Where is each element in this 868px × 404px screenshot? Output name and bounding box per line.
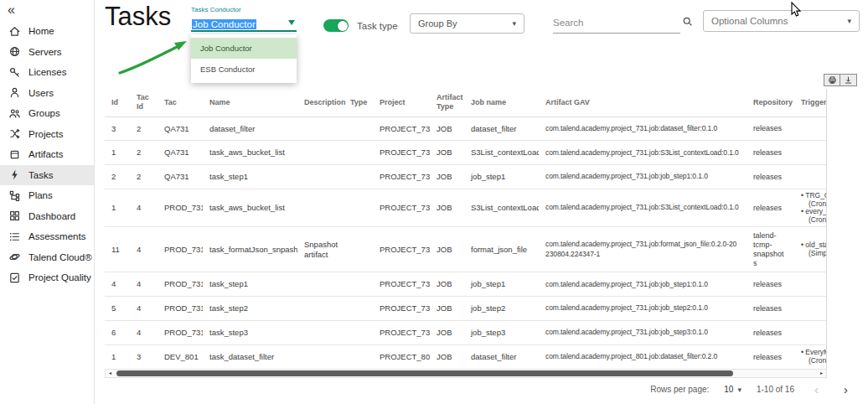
sidebar-item-groups[interactable]: Groups [0, 103, 94, 124]
table-row[interactable]: 32QA731dataset_filterPROJECT_731JOBdatas… [105, 117, 827, 141]
cell-artifact_gav: com.talend.academy.project_731.job:datas… [539, 117, 747, 141]
cell-triggers [794, 141, 827, 165]
scrollbar-track[interactable] [115, 370, 817, 377]
cell-artifact_type: JOB [430, 227, 464, 272]
table-row[interactable]: 54PROD_731task_step2PROJECT_731JOBjob_st… [105, 297, 827, 321]
table-row[interactable]: 12QA731task_aws_bucket_listPROJECT_731JO… [105, 141, 827, 165]
print-icon [828, 75, 837, 85]
download-button[interactable] [840, 74, 857, 86]
table-row[interactable]: 14PROD_731task_aws_bucket_listPROJECT_73… [105, 189, 827, 227]
next-page-button[interactable]: › [839, 383, 853, 396]
rows-per-page-select[interactable]: 10 ▾ [724, 385, 741, 394]
conductor-option[interactable]: ESB Conductor [191, 59, 297, 80]
optional-columns-label: Optional Columns [711, 16, 788, 26]
conductor-label: Tasks Conductor [191, 6, 297, 13]
conductor-select-group: Tasks Conductor Job Conductor Job Conduc… [191, 6, 297, 32]
cell-tac: PROD_731 [158, 227, 203, 272]
annotation-arrow [115, 38, 194, 78]
cell-tac_id: 4 [130, 321, 158, 345]
users-icon [8, 86, 21, 99]
scroll-right-icon[interactable]: ▸ [817, 370, 826, 377]
sidebar-item-assessments[interactable]: Assessments [0, 226, 94, 247]
sidebar-item-home[interactable]: Home [0, 21, 94, 42]
sidebar-item-label: Dashboard [28, 211, 75, 221]
cell-type [344, 117, 373, 141]
cell-id: 6 [105, 321, 130, 345]
search-input[interactable] [553, 18, 682, 28]
cell-artifact_type: JOB [430, 321, 464, 345]
sidebar-item-users[interactable]: Users [0, 83, 94, 104]
cell-project: PROJECT_731 [373, 272, 430, 297]
column-header: Type [344, 89, 373, 117]
table-row[interactable]: 114PROD_731task_formatJson_snpashotSnpas… [105, 227, 827, 272]
cell-type [344, 165, 373, 189]
sidebar: « HomeServersLicensesUsersGroupsProjects… [0, 0, 95, 404]
scroll-left-icon[interactable]: ◂ [106, 370, 115, 377]
print-button[interactable] [824, 74, 840, 86]
sidebar-item-artifacts[interactable]: Artifacts [0, 144, 94, 165]
cell-name: task_aws_bucket_list [203, 189, 297, 227]
search-icon[interactable] [682, 15, 693, 30]
sidebar-item-servers[interactable]: Servers [0, 42, 94, 63]
cell-description [297, 165, 344, 189]
sidebar-item-project-quality[interactable]: Project Quality [0, 267, 94, 288]
cell-id: 1 [105, 141, 130, 165]
chevron-down-icon: ▾ [512, 19, 516, 28]
sidebar-item-label: Home [28, 26, 54, 36]
sidebar-item-label: Groups [28, 108, 60, 118]
previous-page-button[interactable]: ‹ [809, 383, 824, 396]
horizontal-scrollbar[interactable]: ◂ ▸ [105, 369, 827, 378]
cell-id: 1 [105, 189, 130, 227]
cell-triggers [794, 321, 827, 345]
cell-description [297, 272, 344, 297]
chevron-down-icon [288, 20, 295, 25]
cell-job_name: format_json_file [464, 227, 539, 272]
cell-repository: releases [747, 189, 794, 227]
scrollbar-thumb[interactable] [116, 370, 733, 376]
cell-job_name: job_step1 [464, 165, 539, 189]
licenses-icon [8, 66, 21, 79]
table-row[interactable]: 22QA731task_step1PROJECT_731JOBjob_step1… [105, 165, 827, 189]
cell-tac_id: 2 [130, 165, 158, 189]
cell-repository: releases [747, 165, 794, 189]
table-row[interactable]: 13DEV_801task_dataset_filterPROJECT_801J… [105, 345, 827, 370]
cell-job_name: job_step2 [464, 297, 539, 321]
cell-tac: QA731 [158, 141, 203, 165]
sidebar-item-label: Servers [28, 47, 62, 57]
cell-artifact_type: JOB [430, 117, 464, 141]
conductor-select[interactable]: Job Conductor [191, 14, 297, 32]
task-type-toggle[interactable] [323, 19, 349, 32]
table-row[interactable]: 44PROD_731task_step1PROJECT_731JOBjob_st… [105, 272, 827, 297]
cell-repository: releases [747, 321, 794, 345]
cell-artifact_type: JOB [430, 165, 464, 189]
cell-name: dataset_filter [203, 117, 297, 141]
plans-icon [8, 189, 21, 202]
cell-tac_id: 4 [130, 297, 158, 321]
cell-name: task_aws_bucket_list [203, 141, 297, 165]
sidebar-item-tasks[interactable]: Tasks [0, 165, 94, 186]
sidebar-collapse-button[interactable]: « [0, 0, 20, 18]
cell-description [297, 117, 344, 141]
sidebar-item-dashboard[interactable]: Dashboard [0, 206, 94, 227]
table-row[interactable]: 64PROD_731task_step3PROJECT_731JOBjob_st… [105, 321, 827, 345]
sidebar-item-label: Artifacts [28, 149, 64, 159]
sidebar-item-licenses[interactable]: Licenses [0, 62, 94, 83]
toggle-knob [338, 21, 348, 31]
cell-type [344, 272, 373, 297]
cell-triggers [794, 297, 827, 321]
pagination-bar: Rows per page: 10 ▾ 1-10 of 16 ‹ › [650, 383, 853, 396]
column-header: Artifact GAV [539, 89, 747, 117]
cell-tac: DEV_801 [158, 345, 203, 370]
sidebar-item-projects[interactable]: Projects [0, 124, 94, 145]
group-by-select[interactable]: Group By ▾ [410, 13, 524, 34]
cell-artifact_gav: com.talend.academy.project_731.job:S3Lis… [539, 189, 747, 227]
chevron-down-icon: ▾ [737, 386, 741, 394]
sidebar-item-plans[interactable]: Plans [0, 185, 94, 206]
conductor-option[interactable]: Job Conductor [191, 38, 297, 59]
cell-type [344, 345, 373, 370]
column-header: Triggers [794, 89, 827, 117]
sidebar-item-talend-cloud[interactable]: Talend Cloud® [0, 247, 94, 268]
checklist-icon [8, 272, 21, 284]
optional-columns-select[interactable]: Optional Columns ▾ [703, 10, 860, 32]
cell-id: 5 [105, 297, 130, 321]
